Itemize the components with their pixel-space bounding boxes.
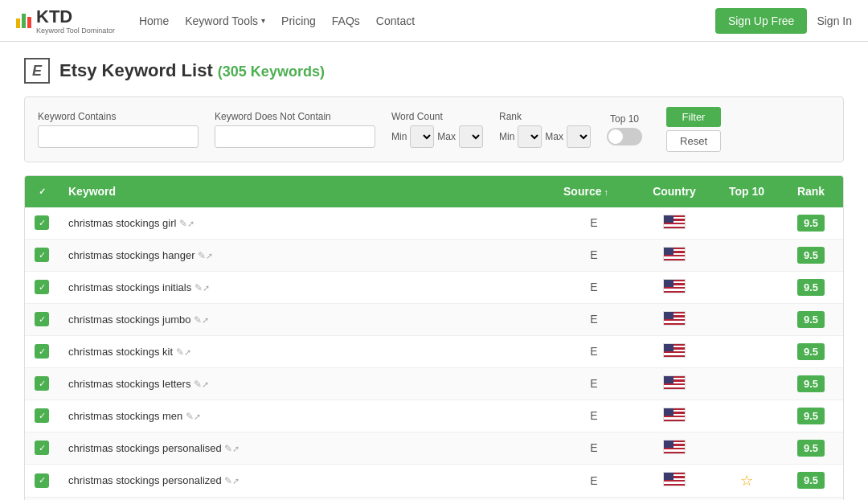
row-checkbox[interactable]: ✓ [35, 215, 49, 230]
row-source-cell: E [554, 335, 634, 367]
row-checkbox-cell[interactable]: ✓ [25, 207, 59, 240]
th-top10: Top 10 [714, 176, 779, 207]
row-keyword-cell: christmas stockings girl ✎➚ [59, 207, 554, 240]
th-country: Country [634, 176, 714, 207]
signup-button[interactable]: Sign Up Free [715, 8, 807, 34]
select-all-checkbox[interactable]: ✓ [35, 185, 49, 199]
row-checkbox-cell[interactable]: ✓ [25, 271, 59, 303]
link-icon[interactable]: ➚ [194, 412, 201, 421]
row-checkbox[interactable]: ✓ [35, 408, 49, 423]
word-count-max-select[interactable] [459, 125, 483, 148]
row-rank-cell: 9.5 [779, 303, 843, 335]
table-wrapper[interactable]: ✓ Keyword Source Country Top 10 Rank ✓ch… [25, 176, 843, 500]
row-checkbox-cell[interactable]: ✓ [25, 335, 59, 367]
row-country-cell [634, 464, 714, 497]
row-rank-cell: 9.5 [779, 207, 843, 240]
keyword-text: christmas stockings girl [68, 217, 176, 229]
filter-button[interactable]: Filter [666, 107, 721, 127]
th-checkbox[interactable]: ✓ [25, 176, 59, 207]
edit-icon[interactable]: ✎ [176, 346, 184, 358]
rank-max-select[interactable] [567, 125, 591, 148]
row-source-cell: E [554, 239, 634, 271]
bar3 [27, 17, 31, 28]
row-checkbox-cell[interactable]: ✓ [25, 432, 59, 464]
signin-link[interactable]: Sign In [817, 14, 852, 27]
edit-icon[interactable]: ✎ [224, 443, 232, 454]
nav-links: Home Keyword Tools Pricing FAQs Contact [139, 14, 715, 27]
link-icon[interactable]: ➚ [202, 315, 209, 325]
keyword-count: (305 Keywords) [218, 64, 325, 80]
row-country-cell [634, 367, 714, 400]
keyword-not-contain-input[interactable] [215, 125, 375, 148]
row-rank-cell: 9.5 [779, 497, 843, 500]
row-checkbox[interactable]: ✓ [35, 344, 49, 359]
word-count-range: Min Max [391, 125, 483, 148]
row-checkbox-cell[interactable]: ✓ [25, 464, 59, 497]
table-row: ✓christmas stockings hanger ✎➚E9.5 [25, 239, 843, 271]
table-row: ✓christmas stockings initials ✎➚E9.5 [25, 271, 843, 303]
row-checkbox[interactable]: ✓ [35, 312, 49, 326]
row-top10-cell [714, 271, 779, 303]
edit-icon[interactable]: ✎ [179, 218, 187, 229]
row-top10-cell [714, 239, 779, 271]
word-count-group: Word Count Min Max [391, 111, 483, 148]
link-icon[interactable]: ➚ [184, 347, 191, 357]
row-rank-cell: 9.5 [779, 432, 843, 464]
us-flag [663, 440, 686, 454]
row-checkbox-cell[interactable]: ✓ [25, 303, 59, 335]
row-country-cell [634, 207, 714, 240]
th-source[interactable]: Source [554, 176, 634, 207]
row-source-cell: E [554, 432, 634, 464]
us-flag [663, 279, 686, 293]
edit-icon[interactable]: ✎ [194, 314, 202, 326]
link-icon[interactable]: ➚ [202, 379, 209, 389]
nav-keyword-tools[interactable]: Keyword Tools [185, 14, 265, 27]
edit-icon[interactable]: ✎ [194, 282, 203, 293]
row-checkbox-cell[interactable]: ✓ [25, 239, 59, 271]
rank-badge: 9.5 [797, 279, 825, 296]
top10-toggle[interactable] [607, 128, 642, 145]
bar1 [16, 18, 20, 28]
row-checkbox-cell[interactable]: ✓ [25, 400, 59, 432]
logo: KTD Keyword Tool Dominator [16, 6, 115, 35]
link-icon[interactable]: ➚ [232, 444, 240, 453]
row-checkbox[interactable]: ✓ [35, 248, 49, 262]
row-checkbox[interactable]: ✓ [35, 376, 49, 391]
table-row: ✓christmas stockings men ✎➚E9.5 [25, 400, 843, 432]
edit-icon[interactable]: ✎ [224, 475, 232, 486]
word-count-label: Word Count [391, 111, 483, 122]
rank-min-select[interactable] [518, 125, 542, 148]
word-count-min-select[interactable] [410, 125, 434, 148]
row-checkbox[interactable]: ✓ [35, 473, 49, 488]
table-row: ✓christmas stockings kit ✎➚E9.5 [25, 335, 843, 367]
row-source-cell: E [554, 400, 634, 432]
nav-home[interactable]: Home [139, 14, 169, 27]
keyword-contains-label: Keyword Contains [38, 111, 199, 122]
nav-pricing[interactable]: Pricing [281, 14, 316, 27]
row-source-cell: E [554, 303, 634, 335]
table-row: ✓christmas stockings jumbo ✎➚E9.5 [25, 303, 843, 335]
link-icon[interactable]: ➚ [187, 219, 194, 228]
row-checkbox[interactable]: ✓ [35, 441, 49, 455]
nav-contact[interactable]: Contact [376, 14, 415, 27]
link-icon[interactable]: ➚ [206, 251, 213, 260]
row-checkbox-cell[interactable]: ✓ [25, 367, 59, 400]
nav-faqs[interactable]: FAQs [332, 14, 360, 27]
link-icon[interactable]: ➚ [203, 283, 210, 293]
row-rank-cell: 9.5 [779, 400, 843, 432]
reset-button[interactable]: Reset [666, 130, 721, 152]
table-row: ✓christmas stockings quilted ✎➚E9.5 [25, 497, 843, 500]
row-checkbox-cell[interactable]: ✓ [25, 497, 59, 500]
row-checkbox[interactable]: ✓ [35, 280, 49, 294]
keyword-not-contain-label: Keyword Does Not Contain [215, 111, 375, 122]
edit-icon[interactable]: ✎ [198, 250, 206, 261]
etsy-icon: E [24, 58, 50, 84]
row-country-cell [634, 497, 714, 500]
row-rank-cell: 9.5 [779, 335, 843, 367]
logo-subtitle: Keyword Tool Dominator [36, 27, 115, 35]
edit-icon[interactable]: ✎ [186, 411, 194, 422]
keyword-contains-input[interactable] [38, 125, 199, 148]
link-icon[interactable]: ➚ [232, 476, 240, 486]
edit-icon[interactable]: ✎ [194, 379, 202, 390]
main-content: E Etsy Keyword List (305 Keywords) Keywo… [0, 42, 868, 500]
